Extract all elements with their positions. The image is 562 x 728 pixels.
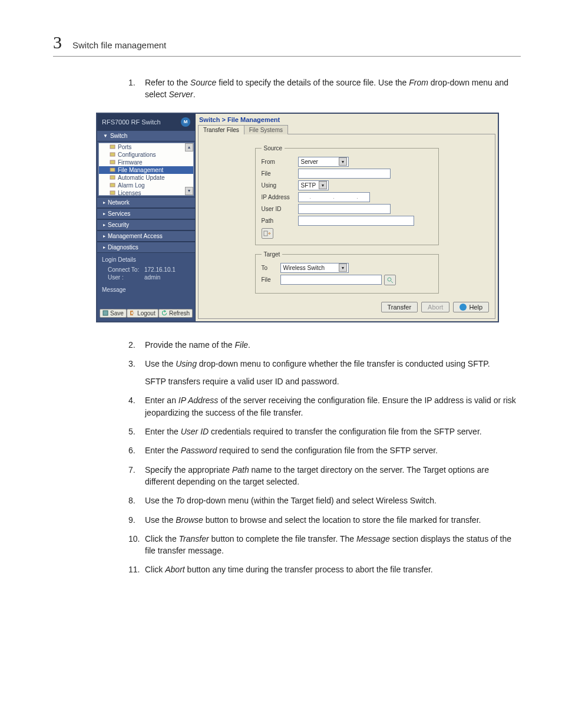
- tree-item[interactable]: Automatic Update: [99, 174, 193, 182]
- chapter-number: 3: [53, 32, 62, 52]
- tab-transfer-files[interactable]: Transfer Files: [198, 125, 244, 134]
- step-item: 2.Provide the name of the File.: [128, 339, 521, 351]
- nav-section-label: Management Access: [108, 233, 163, 239]
- svg-line-10: [391, 281, 393, 283]
- nav-section[interactable]: ▸Network: [97, 197, 195, 208]
- tree-item[interactable]: Licenses: [99, 189, 193, 196]
- sidebar: RFS7000 RF Switch M ▼ Switch ▴ PortsConf…: [97, 114, 196, 321]
- tree-item-label: Configurations: [118, 151, 156, 158]
- app-title-text: RFS7000 RF Switch: [102, 118, 161, 126]
- from-select[interactable]: Server ▾: [298, 157, 349, 167]
- step-text: Use the To drop-down menu (within the Ta…: [145, 495, 437, 506]
- to-label: To: [262, 265, 278, 271]
- tree-item[interactable]: File Management: [99, 166, 193, 174]
- triangle-right-icon: ▸: [103, 211, 105, 216]
- triangle-right-icon: ▸: [103, 222, 105, 228]
- scroll-down-icon[interactable]: ▾: [185, 187, 193, 195]
- nav-section[interactable]: ▸Security: [97, 219, 195, 230]
- chevron-down-icon: ▾: [339, 157, 347, 166]
- to-select[interactable]: Wireless Switch ▾: [280, 263, 349, 273]
- path-input[interactable]: [298, 216, 414, 226]
- path-label: Path: [262, 218, 296, 224]
- nav-section[interactable]: ▸Diagnostics: [97, 242, 195, 253]
- steps-top: 1.Refer to the Source field to specify t…: [128, 77, 521, 101]
- source-group: Source From Server ▾ File: [255, 145, 439, 245]
- target-legend: Target: [262, 251, 283, 258]
- page-header: 3 Switch file management: [53, 32, 521, 57]
- step-text: Enter the Password required to send the …: [145, 444, 438, 456]
- step-item: 6.Enter the Password required to send th…: [128, 444, 521, 456]
- nav-section-switch[interactable]: ▼ Switch: [97, 130, 195, 141]
- tree-item-label: Automatic Update: [118, 174, 165, 181]
- step-number: 1.: [128, 77, 145, 101]
- tree-item-label: Ports: [118, 144, 131, 150]
- chevron-down-icon: ▾: [319, 181, 327, 189]
- tree-item-icon: [110, 190, 115, 196]
- svg-rect-7: [103, 311, 108, 315]
- using-select[interactable]: SFTP ▾: [298, 180, 329, 190]
- abort-button-label: Abort: [428, 304, 443, 311]
- source-legend: Source: [262, 145, 285, 151]
- ip-address-input[interactable]: ...: [298, 192, 370, 202]
- login-details: Login Details Connect To: 172.16.10.1 Us…: [97, 253, 195, 307]
- connect-to-value: 172.16.10.1: [144, 266, 176, 273]
- svg-rect-6: [110, 191, 115, 195]
- action-buttons: Transfer Abort Help: [203, 299, 490, 315]
- nav-section[interactable]: ▸Services: [97, 208, 195, 219]
- nav-section-label: Security: [108, 222, 129, 228]
- triangle-down-icon: ▼: [103, 133, 108, 139]
- transfer-button[interactable]: Transfer: [381, 302, 418, 312]
- svg-rect-8: [264, 231, 267, 236]
- help-button[interactable]: Help: [453, 302, 489, 312]
- tree-item-icon: [110, 167, 115, 173]
- user-value: admin: [144, 274, 160, 281]
- target-file-input[interactable]: [280, 275, 382, 285]
- source-file-input[interactable]: [298, 169, 391, 179]
- refresh-icon: [161, 310, 167, 316]
- tree-item[interactable]: Firmware: [99, 159, 193, 166]
- tree-item-icon: [110, 182, 115, 188]
- tab-strip: Transfer Files File Systems: [196, 124, 498, 134]
- nav-section[interactable]: ▸Management Access: [97, 230, 195, 242]
- triangle-right-icon: ▸: [103, 200, 105, 205]
- tree-item[interactable]: Ports: [99, 143, 193, 151]
- logout-icon: [130, 310, 135, 316]
- svg-rect-4: [110, 176, 115, 179]
- userid-input[interactable]: [298, 204, 391, 214]
- browse-button[interactable]: [384, 275, 396, 285]
- triangle-right-icon: ▸: [103, 233, 105, 239]
- triangle-right-icon: ▸: [103, 245, 105, 250]
- svg-rect-1: [110, 153, 115, 156]
- tree-item-label: Firmware: [118, 159, 143, 166]
- abort-button[interactable]: Abort: [421, 302, 449, 312]
- step-item: 4.Enter an IP Address of the server rece…: [128, 394, 521, 419]
- tree-item-label: Licenses: [118, 190, 141, 196]
- step-item: 1.Refer to the Source field to specify t…: [128, 77, 521, 101]
- tab-file-systems[interactable]: File Systems: [244, 125, 288, 134]
- tree-item[interactable]: Configurations: [99, 151, 193, 159]
- logout-button[interactable]: Logout: [127, 309, 158, 318]
- step-text: Specify the appropriate Path name to the…: [145, 464, 521, 488]
- step-number: 7.: [128, 464, 145, 488]
- tree-item-label: File Management: [118, 167, 163, 173]
- step-item: 5.Enter the User ID credentials required…: [128, 426, 521, 437]
- chevron-down-icon: ▾: [339, 263, 347, 272]
- breadcrumb: Switch > File Management: [196, 114, 498, 124]
- app-screenshot: RFS7000 RF Switch M ▼ Switch ▴ PortsConf…: [96, 113, 499, 322]
- brand-logo-icon: M: [181, 117, 190, 127]
- refresh-button[interactable]: Refresh: [158, 309, 193, 318]
- transfer-direction-icon[interactable]: [262, 228, 273, 239]
- tree-item-icon: [110, 159, 115, 165]
- tab-panel: Source From Server ▾ File: [198, 134, 495, 319]
- step-number: 10.: [128, 533, 145, 557]
- step-item: 7.Specify the appropriate Path name to t…: [128, 464, 521, 488]
- scroll-up-icon[interactable]: ▴: [185, 143, 193, 151]
- step-text: Enter an IP Address of the server receiv…: [145, 394, 521, 419]
- main-pane: Switch > File Management Transfer Files …: [196, 114, 498, 321]
- save-button[interactable]: Save: [100, 309, 127, 318]
- step-number: 9.: [128, 514, 145, 526]
- svg-rect-0: [110, 145, 115, 149]
- tree-item[interactable]: Alarm Log: [99, 182, 193, 189]
- page-title: Switch file management: [72, 40, 166, 50]
- step-subtext: SFTP transfers require a valid user ID a…: [145, 375, 490, 387]
